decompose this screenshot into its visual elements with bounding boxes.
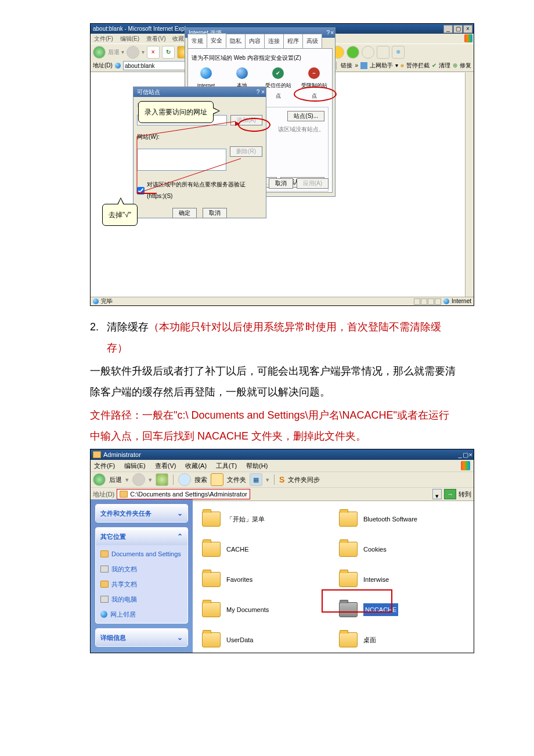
dialog-help-icon[interactable]: ? xyxy=(327,27,330,39)
stop-button[interactable]: × xyxy=(147,46,160,59)
place-mydocs[interactable]: 我的文档 xyxy=(100,563,183,575)
maximize-icon[interactable]: ▢ xyxy=(453,25,463,33)
ex-path-text[interactable]: C:\Documents and Settings\Administrator xyxy=(130,488,247,501)
paragraph-1: 一般软件升级后或者打了补丁以后，可能会出现客户端异常情况，那么就需要清除客户端的… xyxy=(90,361,459,402)
folder-mydocs[interactable]: My Documents xyxy=(202,596,327,624)
ext5-button[interactable]: ❄ xyxy=(392,46,405,59)
sites-button[interactable]: 站点(S)... xyxy=(287,111,324,121)
ext2-button[interactable] xyxy=(347,46,359,59)
details-collapse-icon[interactable]: ⌄ xyxy=(177,631,183,645)
ex-up-button[interactable] xyxy=(156,473,168,486)
minimize-icon[interactable]: _ xyxy=(443,25,453,33)
minus-icon: − xyxy=(308,67,320,79)
delete-button[interactable]: 删除(R) xyxy=(230,146,262,157)
ie-screenshot: about:blank - Microsoft Internet Explore… xyxy=(90,23,474,306)
folder-cache[interactable]: CACHE xyxy=(202,535,327,563)
ex-menu-fav[interactable]: 收藏(A) xyxy=(185,459,207,472)
tab-advanced[interactable]: 高级 xyxy=(302,34,322,48)
panel-details: 详细信息 ⌄ xyxy=(95,628,188,647)
callout-url: 录入需要访问的网址 xyxy=(138,101,214,123)
paragraph-2: 文件路径：一般在"c:\ Documents and Settings\用户名\… xyxy=(90,405,459,447)
menu-edit[interactable]: 编辑(E) xyxy=(120,33,139,45)
place-computer[interactable]: 我的电脑 xyxy=(100,593,183,606)
ex-toolbar: 后退▾ ▾ 搜索 文件夹 ▦▾ S 文件夹同步 xyxy=(91,472,474,488)
dialog-close-icon[interactable]: × xyxy=(330,27,334,39)
folder-start[interactable]: 「开始」菜单 xyxy=(202,505,327,533)
status-text: 完毕 xyxy=(101,296,113,307)
place-shared[interactable]: 共享文档 xyxy=(100,578,183,591)
annotation-box-nccache xyxy=(322,589,392,613)
clean-label[interactable]: 清理 xyxy=(439,60,450,71)
panel-tasks-title: 文件和文件夹任务 xyxy=(100,507,151,520)
ex-minimize-icon[interactable]: _ xyxy=(458,448,461,461)
ex-menu-tools[interactable]: 工具(T) xyxy=(216,459,237,472)
zone-trusted[interactable]: ✔受信任的站点 xyxy=(264,67,292,101)
ts-cancel-button[interactable]: 取消 xyxy=(203,208,227,218)
ex-addr-dropdown[interactable]: ▾ xyxy=(432,489,442,499)
ts-close-icon[interactable]: × xyxy=(261,89,265,95)
ex-search-label[interactable]: 搜索 xyxy=(194,473,207,486)
repair-label[interactable]: 修复 xyxy=(460,60,471,71)
ex-go-button[interactable]: → xyxy=(444,489,456,499)
globe-icon xyxy=(200,67,212,79)
ex-back-button[interactable] xyxy=(93,473,106,486)
folder-favorites[interactable]: Favorites xyxy=(202,566,327,593)
zone-icon xyxy=(443,298,449,304)
https-checkbox[interactable] xyxy=(137,187,145,195)
zone-label: Internet xyxy=(452,296,471,307)
collapse-icon[interactable]: ⌄ xyxy=(177,506,183,520)
block-label[interactable]: 暂停拦截 xyxy=(406,60,430,71)
tab-security[interactable]: 安全 xyxy=(207,33,226,48)
ts-help-icon[interactable]: ? xyxy=(257,89,260,95)
panel-places: 其它位置 ⌃ Documents and Settings 我的文档 共享文档 … xyxy=(95,527,188,624)
folder-desktop[interactable]: 桌面 xyxy=(339,626,464,654)
menu-file[interactable]: 文件(F) xyxy=(94,33,113,45)
folder-cookies[interactable]: Cookies xyxy=(339,535,464,563)
helper-label[interactable]: 上网助手 xyxy=(370,60,393,71)
ex-search-icon[interactable] xyxy=(178,473,191,486)
folder-grid: 「开始」菜单 Bluetooth Software CACHE Cookies … xyxy=(193,499,474,653)
panel-places-title: 其它位置 xyxy=(100,530,126,543)
section-title: 清除缓存 xyxy=(107,321,149,333)
links-label[interactable]: 链接 xyxy=(341,60,352,71)
ex-path-highlight: C:\Documents and Settings\Administrator xyxy=(117,489,250,499)
tab-programs[interactable]: 程序 xyxy=(283,34,303,48)
ex-sync-label[interactable]: 文件夹同步 xyxy=(288,473,320,486)
folder-bluetooth[interactable]: Bluetooth Software xyxy=(339,505,464,533)
ex-menu-edit[interactable]: 编辑(E) xyxy=(124,459,146,472)
list-number: 2. xyxy=(90,316,99,358)
place-network[interactable]: 网上邻居 xyxy=(100,608,183,621)
tab-content[interactable]: 内容 xyxy=(245,34,265,48)
options-cancel-button[interactable]: 取消 xyxy=(269,178,293,189)
callout-uncheck: 去掉"√" xyxy=(102,204,138,226)
ex-close-icon[interactable]: × xyxy=(469,448,472,461)
back-button[interactable] xyxy=(93,46,106,59)
ext4-button[interactable] xyxy=(377,46,389,59)
site-list[interactable] xyxy=(137,149,226,171)
ex-menu-file[interactable]: 文件(F) xyxy=(94,459,115,472)
ex-menu-help[interactable]: 帮助(H) xyxy=(246,459,268,472)
tab-privacy[interactable]: 隐私 xyxy=(226,34,246,48)
ext3-button[interactable] xyxy=(362,46,374,59)
close-icon[interactable]: × xyxy=(463,25,472,33)
path-folder-icon xyxy=(120,491,128,498)
tab-general[interactable]: 常规 xyxy=(187,34,207,48)
ex-maximize-icon[interactable]: ▢ xyxy=(463,448,468,461)
refresh-button[interactable]: ↻ xyxy=(162,46,175,59)
menu-view[interactable]: 查看(V) xyxy=(146,33,165,45)
place-docs[interactable]: Documents and Settings xyxy=(100,548,183,560)
ex-menu-view[interactable]: 查看(V) xyxy=(155,459,176,472)
folder-userdata[interactable]: UserData xyxy=(202,626,327,654)
scrollbar[interactable] xyxy=(465,73,474,297)
options-apply-button[interactable]: 应用(A) xyxy=(297,178,329,189)
tab-conn[interactable]: 连接 xyxy=(264,34,284,48)
ex-views-icon[interactable]: ▦ xyxy=(250,473,262,486)
expand-icon[interactable]: ⌃ xyxy=(177,530,183,543)
ts-title: 可信站点 xyxy=(137,87,160,98)
ex-folders-label[interactable]: 文件夹 xyxy=(227,473,246,486)
ex-forward-button[interactable] xyxy=(132,473,145,486)
helper-icon xyxy=(360,62,367,69)
ex-folders-icon[interactable] xyxy=(211,473,223,486)
ts-ok-button[interactable]: 确定 xyxy=(172,208,197,218)
forward-button[interactable] xyxy=(127,46,139,59)
